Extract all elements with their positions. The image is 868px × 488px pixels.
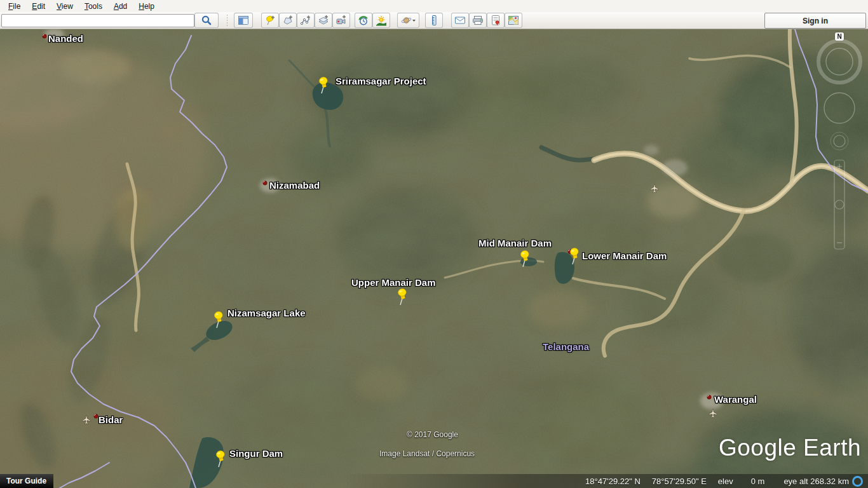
record-tour-button[interactable] [332, 13, 350, 28]
map-label-mid-manair-dam[interactable]: Mid Manair Dam [478, 238, 552, 248]
add-polygon-icon [282, 15, 294, 26]
map-canvas[interactable]: N Nanded Sriramsagar Project Nizamabad M… [0, 29, 868, 488]
email-button[interactable] [451, 13, 469, 28]
historical-imagery-icon [358, 15, 369, 26]
copyright-imagery: Image Landsat / Copernicus [379, 449, 475, 458]
status-elev-label: elev [718, 477, 733, 486]
planets-button[interactable] [397, 13, 419, 28]
add-placemark-button[interactable] [261, 13, 279, 28]
add-image-overlay-icon [318, 15, 329, 26]
menu-view[interactable]: View [51, 1, 79, 11]
map-label-bidar: Bidar [98, 414, 123, 425]
map-label-nanded: Nanded [48, 33, 83, 44]
add-polygon-button[interactable] [279, 13, 297, 28]
menu-tools[interactable]: Tools [79, 1, 108, 11]
toolbar-separator [226, 14, 228, 27]
search-input[interactable] [1, 14, 194, 27]
save-image-icon [490, 15, 501, 26]
city-dot-icon [263, 181, 267, 185]
sunlight-button[interactable] [372, 13, 390, 28]
add-placemark-icon [264, 15, 276, 26]
menu-bar: File Edit View Tools Add Help [0, 0, 868, 12]
compass-north-button[interactable]: N [835, 32, 844, 41]
print-icon [472, 15, 484, 26]
copyright-google: © 2017 Google [407, 430, 458, 439]
status-longitude: 78°57'29.50" E [652, 477, 707, 486]
menu-add[interactable]: Add [108, 1, 133, 11]
map-label-upper-manair-dam[interactable]: Upper Manair Dam [351, 277, 436, 288]
status-readout: 18°47'29.22" N 78°57'29.50" E elev 0 m e… [574, 475, 849, 487]
map-label-warangal: Warangal [714, 394, 757, 405]
menu-help[interactable]: Help [133, 1, 160, 11]
historical-imagery-button[interactable] [355, 13, 372, 28]
streaming-indicator-icon [852, 476, 863, 487]
email-icon [454, 15, 466, 26]
record-tour-icon [336, 15, 347, 26]
add-image-overlay-button[interactable] [315, 13, 332, 28]
print-button[interactable] [469, 13, 487, 28]
search-icon [201, 15, 212, 26]
search-button[interactable] [194, 13, 219, 28]
map-label-sriramsagar-project[interactable]: Sriramsagar Project [336, 76, 426, 86]
map-label-lower-manair-dam[interactable]: Lower Manair Dam [582, 250, 667, 261]
ruler-icon [428, 15, 440, 26]
sidebar-icon [238, 15, 249, 26]
map-label-telangana: Telangana [543, 341, 589, 352]
ruler-button[interactable] [425, 13, 443, 28]
sunlight-icon [376, 15, 387, 26]
city-dot-icon [707, 395, 711, 399]
planets-icon [401, 15, 416, 26]
status-latitude: 18°47'29.22" N [585, 477, 641, 486]
google-earth-logo: Google Earth [719, 435, 861, 461]
satellite-imagery [0, 29, 868, 488]
status-eye-alt: eye alt 268.32 km [783, 477, 849, 486]
status-elev-value: 0 m [751, 477, 765, 486]
menu-edit[interactable]: Edit [26, 1, 51, 11]
tour-guide-button[interactable]: Tour Guide [0, 474, 53, 488]
city-dot-icon [43, 34, 46, 38]
map-label-nizamsagar-lake[interactable]: Nizamsagar Lake [227, 308, 306, 318]
add-path-button[interactable] [297, 13, 315, 28]
toggle-sidebar-button[interactable] [234, 13, 253, 28]
save-image-button[interactable] [487, 13, 505, 28]
sign-in-button[interactable]: Sign in [764, 13, 866, 29]
toolbar: Sign in [0, 12, 868, 29]
view-in-google-maps-icon [508, 15, 519, 26]
add-path-icon [300, 15, 311, 26]
city-dot-icon [94, 414, 98, 418]
view-in-google-maps-button[interactable] [505, 13, 522, 28]
menu-file[interactable]: File [3, 1, 26, 11]
map-label-nizamabad: Nizamabad [269, 180, 320, 191]
map-label-singur-dam[interactable]: Singur Dam [229, 448, 283, 459]
